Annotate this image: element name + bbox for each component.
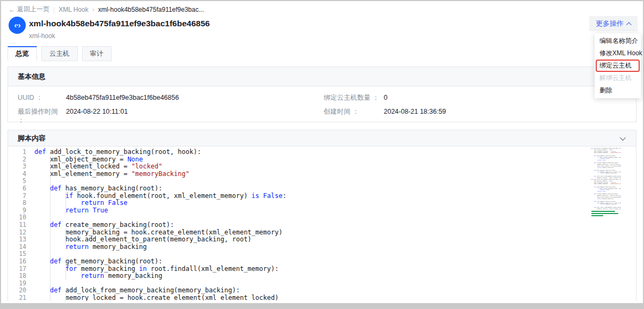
menu-item-edit-name[interactable]: 编辑名称简介 — [595, 35, 641, 47]
breadcrumb: ← 返回上一页 | XML Hook › xml-hook4b58eb475fa… — [9, 5, 204, 14]
minimap-content: def add_lock_to_memory_backing(root, hoo… — [591, 148, 621, 216]
field-label: UUID ： — [18, 93, 66, 102]
minimap[interactable]: def add_lock_to_memory_backing(root, hoo… — [591, 148, 621, 216]
code-line: 18 return memory_backing — [8, 272, 636, 279]
page-subtitle: xml-hook — [29, 32, 55, 40]
code-editor[interactable]: 1def add_lock_to_memory_backing(root, ho… — [8, 146, 636, 301]
field-uuid: UUID ： 4b58eb475fa911ef9e3bac1f6be46856 — [8, 93, 324, 102]
basic-info-grid: UUID ： 4b58eb475fa911ef9e3bac1f6be46856 … — [8, 86, 636, 124]
breadcrumb-arrow-icon: › — [92, 6, 94, 13]
field-value: 2024-08-21 18:36:59 — [384, 107, 446, 124]
code-line: 20 def add_lock_from_memory_backing(memo… — [8, 286, 636, 294]
menu-item-delete[interactable]: 删除 — [595, 84, 641, 97]
field-label: 最后操作时间 ： — [18, 107, 66, 124]
code-line: 12 memory_backing = hook.create_element(… — [8, 229, 636, 236]
code-line: 21 memory_locked = hook.create_element(x… — [8, 294, 636, 301]
script-header: 脚本内容 — [8, 130, 636, 146]
menu-item-bind-vm[interactable]: 绑定云主机 — [595, 60, 641, 72]
code-line: 11 def create_memory_backing(root): — [8, 221, 636, 229]
code-line: 16 def get_memory_backing(root): — [8, 258, 636, 265]
code-line: 1def add_lock_to_memory_backing(root, ho… — [8, 148, 636, 156]
breadcrumb-divider: | — [53, 6, 55, 13]
more-actions-menu: 编辑名称简介 修改XML Hook 绑定云主机 解绑云主机 删除 — [595, 33, 641, 98]
basic-info-header: 基本信息 — [8, 67, 636, 86]
code-line: 4 xml_element_memory = "memoryBacking" — [8, 170, 636, 178]
code-line: 13 hook.add_element_to_parent(memory_bac… — [8, 236, 636, 243]
code-line: 7 if hook.found_element(root, xml_elemen… — [8, 192, 636, 200]
code-glyph: ‹·› — [14, 21, 20, 30]
breadcrumb-current: xml-hook4b58eb475fa911ef9e3bac... — [98, 6, 204, 13]
back-arrow-icon: ← — [9, 6, 15, 13]
field-value: 2024-08-22 10:11:01 — [66, 107, 128, 124]
code-line: 3 xml_element_locked = "locked" — [8, 163, 636, 170]
field-value: 0 — [384, 93, 387, 102]
code-line: 17 for memory_backing in root.findall(xm… — [8, 265, 636, 273]
code-line: 15 — [8, 250, 636, 258]
basic-info-panel: 基本信息 UUID ： 4b58eb475fa911ef9e3bac1f6be4… — [8, 67, 636, 122]
page-title: xml-hook4b58eb475fa911ef9e3bac1f6be46856 — [29, 19, 210, 28]
back-label: 返回上一页 — [17, 5, 49, 14]
code-line: 9 return True — [8, 207, 636, 214]
field-label: 创建时间 ： — [324, 107, 384, 124]
code-line: 19 — [8, 279, 636, 287]
code-line: 6 def has_memory_backing(root): — [8, 185, 636, 192]
menu-item-modify-xml-hook[interactable]: 修改XML Hook — [595, 47, 641, 60]
field-create-time: 创建时间 ： 2024-08-21 18:36:59 — [324, 107, 636, 124]
code-line: 10 — [8, 214, 636, 221]
tab-overview[interactable]: 总览 — [8, 46, 37, 61]
chevron-down-icon[interactable] — [620, 134, 626, 140]
app-window: ← 返回上一页 | XML Hook › xml-hook4b58eb475fa… — [0, 0, 644, 309]
script-title: 脚本内容 — [18, 134, 46, 143]
code-line: 8 return False — [8, 199, 636, 207]
tab-vm[interactable]: 云主机 — [41, 46, 78, 61]
back-link[interactable]: ← 返回上一页 — [9, 5, 49, 14]
code-line: 14 return memory_backing — [8, 243, 636, 251]
xml-hook-code-icon: ‹·› — [9, 17, 26, 34]
field-last-op-time: 最后操作时间 ： 2024-08-22 10:11:01 — [8, 107, 324, 124]
field-label: 绑定云主机数量 ： — [324, 93, 384, 102]
code-lines: 1def add_lock_to_memory_backing(root, ho… — [8, 148, 636, 301]
script-panel: 脚本内容 1def add_lock_to_memory_backing(roo… — [8, 130, 636, 301]
breadcrumb-section[interactable]: XML Hook — [58, 6, 89, 13]
tab-audit[interactable]: 审计 — [82, 46, 112, 61]
field-bound-vm-count: 绑定云主机数量 ： 0 — [324, 93, 636, 102]
window-bottom-edge — [1, 303, 643, 308]
chevron-up-icon — [626, 22, 632, 27]
field-value: 4b58eb475fa911ef9e3bac1f6be46856 — [66, 93, 179, 102]
basic-info-title: 基本信息 — [18, 72, 46, 82]
code-line: 5 — [8, 177, 636, 185]
detail-tabs: 总览 云主机 审计 — [8, 46, 112, 61]
more-actions-label: 更多操作 — [596, 19, 624, 28]
menu-item-unbind-vm: 解绑云主机 — [595, 72, 641, 84]
code-line: 2 xml_object_memory = None — [8, 156, 636, 163]
more-actions-button[interactable]: 更多操作 — [589, 16, 638, 31]
